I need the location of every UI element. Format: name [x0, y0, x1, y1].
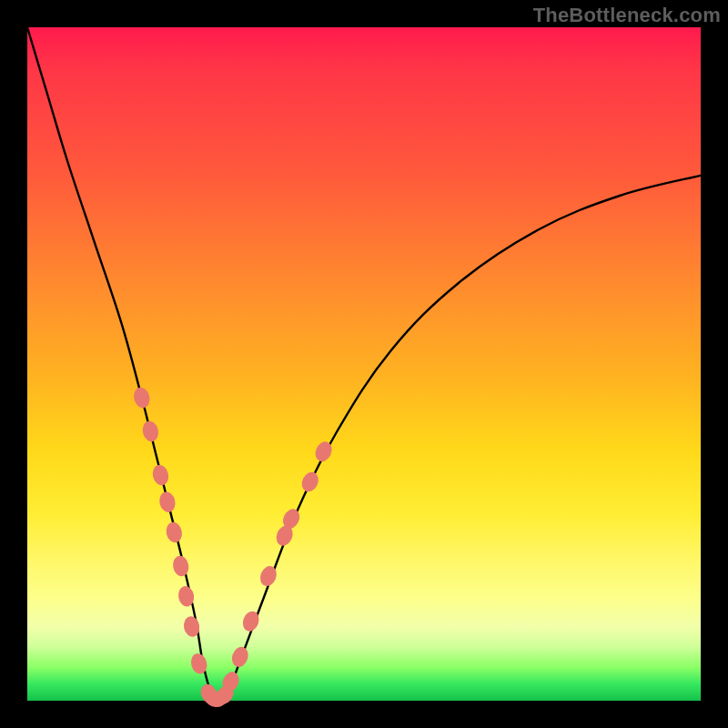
highlight-dot: [229, 644, 250, 669]
watermark-text: TheBottleneck.com: [533, 4, 721, 27]
highlight-dot: [151, 463, 171, 487]
highlight-dot: [165, 521, 184, 544]
highlight-dot: [132, 386, 152, 410]
plot-area: [27, 27, 701, 701]
chart-frame: TheBottleneck.com: [0, 0, 728, 728]
highlight-dots: [132, 386, 335, 708]
highlight-dot: [189, 652, 209, 675]
highlight-dot: [171, 554, 190, 577]
highlight-dot: [157, 490, 177, 514]
curve-svg: [27, 27, 701, 701]
highlight-dot: [298, 470, 321, 495]
bottleneck-curve: [27, 27, 701, 701]
highlight-dot: [140, 420, 160, 443]
